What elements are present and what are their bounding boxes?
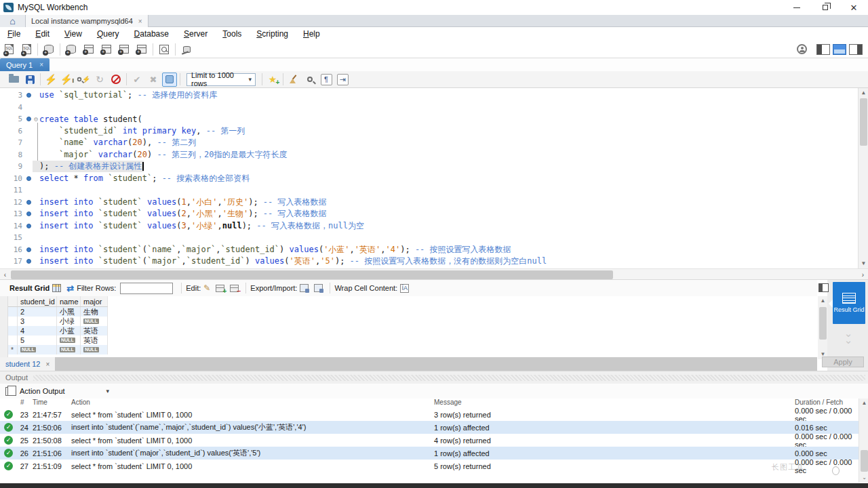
result-tab[interactable]: student 12 × (0, 357, 55, 371)
scroll-left-icon[interactable]: ‹ (0, 269, 10, 281)
filter-rows-input[interactable] (120, 283, 173, 294)
row-selector[interactable] (8, 326, 18, 336)
explain-button[interactable]: ⚡ (75, 73, 92, 87)
apply-button[interactable]: Apply (822, 357, 864, 367)
beautify-button[interactable] (285, 73, 302, 87)
grid-cell[interactable]: 英语 (81, 326, 108, 336)
wrap-cell-button[interactable]: ĪA (400, 284, 409, 293)
grid-cell[interactable]: 英语 (81, 336, 108, 345)
row-selector[interactable] (8, 336, 18, 345)
create-function-button[interactable] (133, 42, 151, 57)
result-grid[interactable]: student_idnamemajor2小黑生物3小绿NULL4小蓝英语5NUL… (0, 296, 817, 357)
menu-item-tools[interactable]: Tools (215, 29, 249, 39)
grid-cell[interactable]: 小蓝 (57, 326, 81, 336)
grid-cell[interactable]: 2 (18, 307, 57, 317)
execute-button[interactable]: ⚡ (43, 73, 59, 87)
minimize-button[interactable] (783, 0, 811, 15)
home-tab[interactable]: ⌂ (0, 15, 26, 27)
editor-line-16[interactable]: 16insert into `student`(`name`,`major`,`… (0, 244, 857, 256)
open-file-button[interactable] (5, 73, 22, 87)
output-row-24[interactable]: ✓2421:50:06insert into `student`(`name`,… (0, 421, 859, 434)
editor-line-14[interactable]: 14insert into `student` values(3,'小绿',nu… (0, 220, 857, 232)
output-scroll-up-icon[interactable]: ▲ (859, 399, 868, 408)
result-tab-close-icon[interactable]: × (45, 361, 50, 368)
editor-line-11[interactable]: 11 (0, 184, 857, 197)
grid-column-header-student_id[interactable]: student_id (18, 296, 57, 306)
edit-cell-button[interactable]: ✎ (203, 283, 210, 293)
grid-cell[interactable]: 5 (18, 336, 57, 345)
output-row-27[interactable]: ✓2721:51:09select * from `student` LIMIT… (0, 460, 859, 472)
output-scroll-down-icon[interactable]: ⌄ (859, 473, 868, 483)
grid-cell[interactable]: NULL (18, 345, 57, 354)
menu-item-view[interactable]: View (57, 29, 90, 39)
editor-line-7[interactable]: 7 `name` varchar(20), -- 第二列 (0, 137, 857, 149)
horizontal-scroll-thumb[interactable] (11, 270, 613, 279)
grid-cell[interactable]: 生物 (81, 307, 108, 317)
sql-editor[interactable]: 3use `sql_tutorial`; -- 选择使用的资料库45⊖creat… (0, 88, 868, 268)
editor-line-3[interactable]: 3use `sql_tutorial`; -- 选择使用的资料库 (0, 89, 857, 102)
connection-tab[interactable]: Local instance wampmysqld64 × (26, 15, 149, 27)
toggle-stop-on-error-button[interactable] (108, 73, 124, 87)
grid-row[interactable]: *NULLNULLNULL (8, 345, 108, 354)
row-selector[interactable] (8, 317, 18, 326)
grid-row[interactable]: 3小绿NULL (8, 317, 108, 326)
close-button[interactable]: ✕ (840, 0, 868, 15)
grid-row[interactable]: 4小蓝英语 (8, 326, 108, 336)
scroll-up-icon[interactable]: ▲ (859, 88, 868, 98)
editor-vertical-scrollbar[interactable]: ▲ ▼ (858, 88, 868, 268)
output-row-25[interactable]: ✓2521:50:08select * from `student` LIMIT… (0, 434, 859, 447)
search-data-button[interactable] (155, 42, 173, 57)
grid-scroll-up-icon[interactable]: ▲ (818, 296, 828, 306)
save-snippet-button[interactable]: ★ (264, 73, 281, 87)
action-output-table[interactable]: # Time Action Message Duration / Fetch ✓… (0, 399, 859, 474)
editor-line-8[interactable]: 8 `major` varchar(20) -- 第三列，20指的是最大字符长度 (0, 149, 857, 161)
output-vertical-scrollbar[interactable]: ▲ ⌄ (859, 399, 868, 483)
toggle-sidebar-left-button[interactable] (816, 44, 830, 55)
grid-cell[interactable]: NULL (57, 345, 81, 354)
grid-cell[interactable]: 4 (18, 326, 57, 336)
toggle-invisible-chars-button[interactable]: ¶ (318, 73, 334, 87)
toggle-result-panel-icon[interactable] (818, 283, 829, 292)
editor-line-10[interactable]: 10select * from `student`; -- 搜索表格的全部资料 (0, 173, 857, 185)
fold-toggle-icon[interactable]: ⊖ (33, 115, 39, 123)
grid-column-header-major[interactable]: major (81, 296, 108, 306)
menu-item-query[interactable]: Query (90, 29, 127, 39)
grid-view-button[interactable] (52, 284, 61, 292)
find-button[interactable] (302, 73, 318, 87)
grid-row[interactable]: 5NULL英语 (8, 336, 108, 345)
editor-line-17[interactable]: 17insert into `student`(`major`,`student… (0, 256, 857, 268)
menu-item-scripting[interactable]: Scripting (249, 29, 296, 39)
rollback-button[interactable]: ✖ (145, 73, 161, 87)
create-view-button[interactable] (98, 42, 115, 57)
row-selector[interactable] (8, 307, 18, 317)
connection-tab-close-icon[interactable]: × (138, 18, 142, 25)
create-procedure-button[interactable] (115, 42, 133, 57)
new-row-marker[interactable]: * (8, 345, 18, 354)
result-grid-side-button[interactable]: Result Grid (833, 282, 865, 324)
editor-line-6[interactable]: 6 `student_id` int primary key, -- 第一列 (0, 125, 857, 138)
restore-button[interactable] (811, 0, 840, 15)
open-sql-script-button[interactable]: SQL (18, 42, 35, 57)
new-sql-tab-button[interactable]: SQL (0, 42, 18, 57)
grid-cell[interactable]: NULL (57, 336, 81, 345)
refresh-button[interactable]: ⇄ (66, 283, 74, 293)
output-row-26[interactable]: ✓2621:51:06insert into `student`(`major`… (0, 447, 859, 460)
delete-row-button[interactable] (230, 285, 239, 292)
query-tab-close-icon[interactable]: × (39, 61, 43, 68)
menu-item-file[interactable]: File (0, 29, 28, 39)
output-scroll-thumb[interactable] (861, 450, 868, 472)
commit-button[interactable]: ✔ (129, 73, 145, 87)
editor-line-5[interactable]: 5⊖create table student( (0, 113, 857, 125)
grid-column-header-name[interactable]: name (57, 296, 81, 306)
editor-line-9[interactable]: 9); -- 创建表格并设计属性 (0, 161, 857, 173)
account-icon[interactable] (797, 44, 807, 54)
import-button[interactable] (314, 284, 323, 292)
editor-line-4[interactable]: 4 (0, 102, 857, 114)
grid-row[interactable]: 2小黑生物 (8, 307, 108, 317)
editor-horizontal-scrollbar[interactable]: ‹ › (0, 268, 868, 280)
editor-line-13[interactable]: 13insert into `student` values(2,'小黑','生… (0, 208, 857, 220)
create-schema-button[interactable] (62, 42, 80, 57)
output-row-23[interactable]: ✓2321:47:57select * from `student` LIMIT… (0, 408, 859, 421)
editor-line-12[interactable]: 12insert into `student` values(1,'小白','历… (0, 197, 857, 209)
scroll-down-icon[interactable]: ▼ (859, 259, 868, 268)
